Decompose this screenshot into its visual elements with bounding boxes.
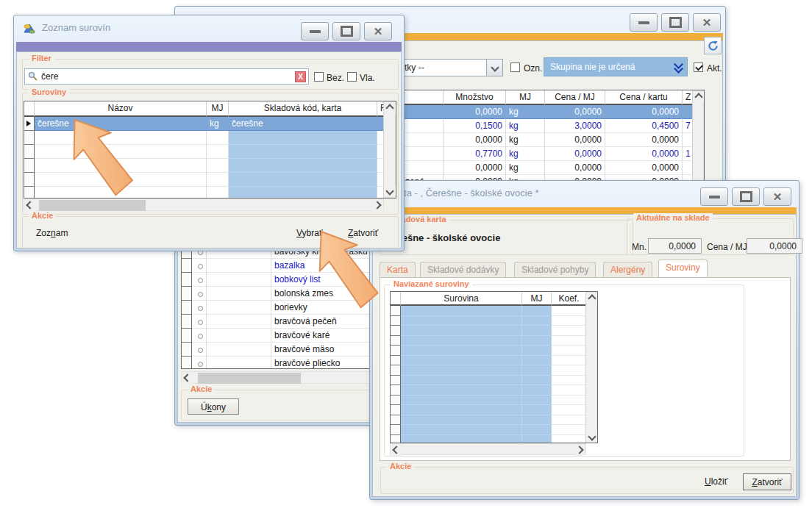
cell-surovina[interactable]: [401, 336, 522, 346]
cell-code[interactable]: [207, 343, 271, 357]
cell-mj[interactable]: kg: [506, 147, 545, 161]
table-row[interactable]: [391, 435, 597, 444]
vertical-scrollbar[interactable]: [383, 101, 396, 198]
tab-skladov-dod-vky[interactable]: Skladové dodávky: [420, 262, 506, 277]
marker-circle-cell[interactable]: [192, 315, 207, 329]
table-row[interactable]: [391, 326, 597, 336]
column-header[interactable]: Cena / MJ: [545, 90, 605, 105]
close-button[interactable]: ✕: [763, 187, 791, 206]
tab-suroviny[interactable]: Suroviny: [658, 260, 708, 277]
horizontal-scrollbar[interactable]: [390, 443, 586, 455]
cell-z[interactable]: [683, 161, 693, 175]
cell-surovina[interactable]: [401, 435, 522, 444]
close-button[interactable]: ✕: [693, 13, 721, 32]
row-marker-cell[interactable]: [391, 306, 401, 316]
ulozit-link[interactable]: Uložiť: [705, 476, 727, 487]
cell-mj[interactable]: [522, 326, 552, 336]
cell-surovina[interactable]: [401, 396, 522, 406]
row-marker-cell[interactable]: [182, 343, 192, 357]
tab-skladov-pohyby[interactable]: Skladové pohyby: [514, 262, 596, 277]
cell-mnozstvo[interactable]: 0,0000: [444, 105, 506, 119]
table-row[interactable]: [391, 376, 597, 386]
zoznam-link[interactable]: Zoznam: [36, 228, 68, 238]
cell-mj[interactable]: [522, 306, 552, 316]
scrollbar-thumb[interactable]: [198, 373, 301, 384]
ukony-button[interactable]: Úkony: [188, 398, 239, 415]
row-marker-cell[interactable]: [182, 357, 192, 369]
row-marker-cell[interactable]: [391, 336, 401, 346]
cell-cena-kartu[interactable]: 0,0000: [605, 161, 683, 175]
cell-surovina[interactable]: [401, 326, 522, 336]
cell-mj[interactable]: [522, 385, 552, 396]
cell-mnozstvo[interactable]: 0,0000: [444, 161, 506, 175]
cell-mj[interactable]: [522, 415, 552, 426]
cell-koef[interactable]: [552, 306, 587, 316]
x-clear-icon[interactable]: X: [295, 71, 306, 82]
cell-mj[interactable]: [207, 187, 229, 198]
cell-mj[interactable]: kg: [506, 133, 545, 147]
cell-mj[interactable]: kg: [506, 161, 545, 175]
cell-mj[interactable]: kg: [506, 105, 545, 119]
cell-surovina[interactable]: [401, 356, 522, 366]
scroll-left-button[interactable]: [182, 372, 193, 384]
maximize-button[interactable]: [661, 13, 689, 32]
table-row[interactable]: [391, 396, 597, 406]
cell-kod[interactable]: [229, 159, 377, 173]
column-header[interactable]: MJ: [522, 292, 552, 306]
cell-code[interactable]: [207, 287, 271, 301]
cell-koef[interactable]: [552, 365, 587, 376]
group-select-field[interactable]: Skupina nie je určená: [544, 57, 688, 76]
column-header[interactable]: Názov: [35, 101, 207, 117]
table-row[interactable]: [391, 356, 597, 366]
row-marker-cell[interactable]: [24, 159, 35, 173]
row-marker-cell[interactable]: [391, 405, 401, 415]
cell-mj[interactable]: [522, 365, 552, 376]
cell-mj[interactable]: [207, 173, 229, 187]
cell-mj[interactable]: [522, 336, 552, 346]
marker-circle-cell[interactable]: [192, 273, 207, 287]
row-marker-cell[interactable]: [391, 326, 401, 336]
marker-circle-cell[interactable]: [192, 343, 207, 357]
cell-koef[interactable]: [552, 326, 587, 336]
table-row[interactable]: [391, 415, 597, 426]
row-marker-cell[interactable]: [182, 287, 192, 301]
cell-z[interactable]: 1: [683, 147, 693, 161]
double-chevron-down-icon[interactable]: [674, 61, 683, 71]
close-button[interactable]: ✕: [364, 22, 392, 40]
cell-koef[interactable]: [552, 435, 587, 444]
cell-mnozstvo[interactable]: 0,1500: [444, 119, 506, 133]
cell-koef[interactable]: [552, 336, 587, 346]
cell-mj[interactable]: [207, 131, 229, 145]
cell-cena-kartu[interactable]: 0,0000: [605, 133, 683, 147]
row-marker-cell[interactable]: [24, 173, 35, 187]
cell-mnozstvo[interactable]: 0,0000: [444, 133, 506, 147]
row-marker-cell[interactable]: [391, 415, 401, 426]
row-marker-cell[interactable]: [24, 187, 35, 198]
column-header[interactable]: Surovina: [401, 292, 522, 306]
scroll-up-button[interactable]: [586, 293, 598, 304]
cell-z[interactable]: [683, 105, 693, 119]
cell-cena-kartu[interactable]: 0,0000: [605, 105, 683, 119]
scroll-left-button[interactable]: [24, 199, 36, 211]
cell-cena-mj[interactable]: 0,0000: [545, 161, 605, 175]
scroll-down-button[interactable]: [384, 185, 396, 197]
cell-mj[interactable]: kg: [506, 119, 545, 133]
row-marker-cell[interactable]: [24, 145, 35, 159]
row-marker-cell[interactable]: [391, 316, 401, 326]
cell-mj[interactable]: [522, 425, 552, 435]
cell-surovina[interactable]: [401, 405, 522, 415]
marker-circle-cell[interactable]: [192, 329, 207, 343]
cell-code[interactable]: [207, 315, 271, 329]
row-marker-cell[interactable]: [391, 385, 401, 396]
vla-checkbox[interactable]: [347, 72, 357, 82]
marker-circle-cell[interactable]: [192, 287, 207, 301]
tab-karta[interactable]: Karta: [380, 262, 416, 277]
minimize-button[interactable]: [700, 187, 728, 206]
row-marker-cell[interactable]: [24, 131, 35, 145]
cell-koef[interactable]: [552, 396, 587, 406]
row-marker-cell[interactable]: [391, 435, 401, 444]
marker-circle-cell[interactable]: [192, 301, 207, 315]
marker-circle-cell[interactable]: [192, 259, 207, 273]
tab-alerg-ny[interactable]: Alergény: [603, 262, 652, 277]
column-header[interactable]: Množstvo: [444, 90, 506, 105]
